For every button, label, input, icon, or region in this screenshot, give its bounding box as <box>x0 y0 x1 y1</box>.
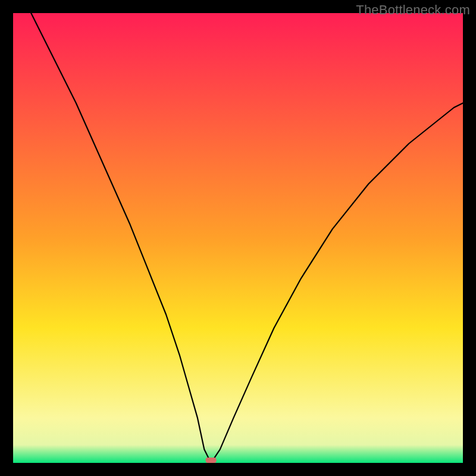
bottleneck-chart <box>13 13 463 463</box>
optimal-point-marker <box>206 458 217 463</box>
watermark-text: TheBottleneck.com <box>356 2 470 18</box>
chart-frame <box>13 13 463 463</box>
gradient-background <box>13 13 463 463</box>
